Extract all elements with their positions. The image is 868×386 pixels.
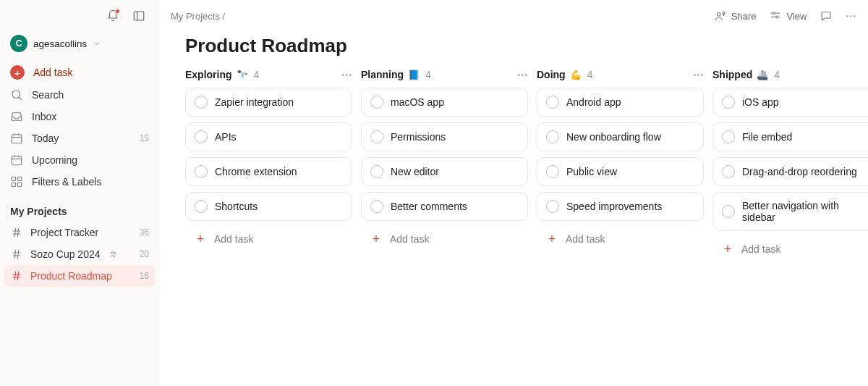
nav-inbox[interactable]: Inbox xyxy=(4,106,155,127)
share-button[interactable]: Share xyxy=(714,9,757,22)
breadcrumb[interactable]: My Projects / xyxy=(171,11,225,22)
add-task-label: Add task xyxy=(214,233,253,245)
today-icon xyxy=(10,132,23,145)
task-card[interactable]: File embed xyxy=(712,122,868,151)
add-task-column-button[interactable]: +Add task xyxy=(361,227,528,251)
check-circle[interactable] xyxy=(195,96,208,109)
svg-line-31 xyxy=(17,272,18,280)
check-circle[interactable] xyxy=(722,130,735,143)
nav-search[interactable]: Search xyxy=(4,84,155,106)
main: My Projects / Share View ••• Product Roa… xyxy=(159,0,868,386)
task-card[interactable]: Shortcuts xyxy=(185,192,352,221)
task-card[interactable]: Public view xyxy=(537,157,704,186)
check-circle[interactable] xyxy=(722,205,735,218)
check-circle[interactable] xyxy=(722,165,735,178)
notification-dot xyxy=(115,9,120,14)
column-count: 4 xyxy=(587,69,593,80)
comments-button[interactable] xyxy=(820,9,833,22)
column-exploring: Exploring 🔭 4 ••• Zapier integration API… xyxy=(185,69,352,261)
task-card[interactable]: Android app xyxy=(537,88,704,117)
check-circle[interactable] xyxy=(370,96,383,109)
add-task-column-button[interactable]: +Add task xyxy=(537,227,704,251)
check-circle[interactable] xyxy=(546,165,559,178)
card-title: Zapier integration xyxy=(215,96,294,108)
check-circle[interactable] xyxy=(195,200,208,213)
task-card[interactable]: iOS app xyxy=(712,88,868,117)
task-card[interactable]: Chrome extension xyxy=(185,157,352,186)
add-task-label: Add task xyxy=(741,243,780,255)
shared-icon xyxy=(109,250,118,259)
svg-point-33 xyxy=(723,12,725,14)
check-circle[interactable] xyxy=(546,200,559,213)
project-label: Sozo Cup 2024 xyxy=(30,248,101,260)
card-title: Chrome extension xyxy=(215,166,297,177)
task-card[interactable]: macOS app xyxy=(361,88,528,117)
check-circle[interactable] xyxy=(722,96,735,109)
svg-point-32 xyxy=(717,13,720,17)
card-title: iOS app xyxy=(742,96,779,108)
svg-line-30 xyxy=(14,272,15,280)
project-sozo[interactable]: Sozo Cup 2024 20 xyxy=(4,243,155,265)
column-emoji: 💪 xyxy=(570,70,582,80)
check-circle[interactable] xyxy=(546,96,559,109)
upcoming-icon xyxy=(10,154,23,167)
card-title: macOS app xyxy=(391,96,444,108)
hash-icon xyxy=(10,269,23,282)
nav-today[interactable]: Today 15 xyxy=(4,127,155,149)
check-circle[interactable] xyxy=(370,165,383,178)
svg-rect-16 xyxy=(12,183,15,187)
check-circle[interactable] xyxy=(195,165,208,178)
sidebar-top xyxy=(4,6,155,30)
column-emoji: 🚢 xyxy=(757,70,768,80)
column-title: Exploring xyxy=(185,69,232,80)
column-more-icon[interactable]: ••• xyxy=(517,70,528,79)
add-task-label: Add task xyxy=(566,233,605,245)
check-circle[interactable] xyxy=(370,130,383,143)
task-card[interactable]: APIs xyxy=(185,122,352,151)
grid-icon xyxy=(10,175,23,188)
task-card[interactable]: Zapier integration xyxy=(185,88,352,117)
more-button[interactable]: ••• xyxy=(846,12,856,20)
project-roadmap[interactable]: Product Roadmap 16 xyxy=(4,265,155,287)
sidebar-toggle-icon[interactable] xyxy=(130,7,148,25)
nav-label: Today xyxy=(32,133,59,144)
svg-point-2 xyxy=(12,91,20,98)
share-label: Share xyxy=(731,11,757,22)
column-header[interactable]: Doing 💪 4 ••• xyxy=(537,69,704,88)
task-card[interactable]: Better comments xyxy=(361,192,528,221)
nav-filters[interactable]: Filters & Labels xyxy=(4,171,155,193)
task-card[interactable]: Drag-and-drop reordering xyxy=(712,157,868,186)
add-task-button[interactable]: + Add task xyxy=(4,61,155,84)
svg-line-25 xyxy=(17,250,18,259)
card-title: File embed xyxy=(742,131,792,143)
column-more-icon[interactable]: ••• xyxy=(693,70,704,79)
task-card[interactable]: Better navigation with sidebar xyxy=(712,192,868,231)
user-menu[interactable]: C agesacollins xyxy=(4,30,155,56)
svg-rect-0 xyxy=(134,12,144,20)
task-card[interactable]: Permissions xyxy=(361,122,528,151)
column-header[interactable]: Exploring 🔭 4 ••• xyxy=(185,69,352,88)
column-header[interactable]: Planning 📘 4 ••• xyxy=(361,69,528,88)
task-card[interactable]: New editor xyxy=(361,157,528,186)
check-circle[interactable] xyxy=(546,130,559,143)
nav-label: Filters & Labels xyxy=(32,176,101,188)
notifications-icon[interactable] xyxy=(104,7,122,25)
check-circle[interactable] xyxy=(370,200,383,213)
nav-upcoming[interactable]: Upcoming xyxy=(4,149,155,171)
plus-icon: + xyxy=(545,232,558,246)
projects-section-title[interactable]: My Projects xyxy=(4,193,155,222)
add-task-column-button[interactable]: +Add task xyxy=(712,237,868,261)
hash-icon xyxy=(10,248,23,261)
task-card[interactable]: New onboarding flow xyxy=(537,122,704,151)
svg-line-3 xyxy=(19,97,21,99)
nav-label: Inbox xyxy=(32,111,56,122)
comment-icon xyxy=(820,9,833,22)
column-header[interactable]: Shipped 🚢 4 ••• xyxy=(712,69,868,88)
check-circle[interactable] xyxy=(195,130,208,143)
add-task-column-button[interactable]: +Add task xyxy=(185,227,352,251)
svg-point-39 xyxy=(776,16,778,18)
task-card[interactable]: Speed improvements xyxy=(537,192,704,221)
column-more-icon[interactable]: ••• xyxy=(341,70,352,79)
project-tracker[interactable]: Project Tracker 36 xyxy=(4,222,155,243)
view-button[interactable]: View xyxy=(769,9,807,22)
